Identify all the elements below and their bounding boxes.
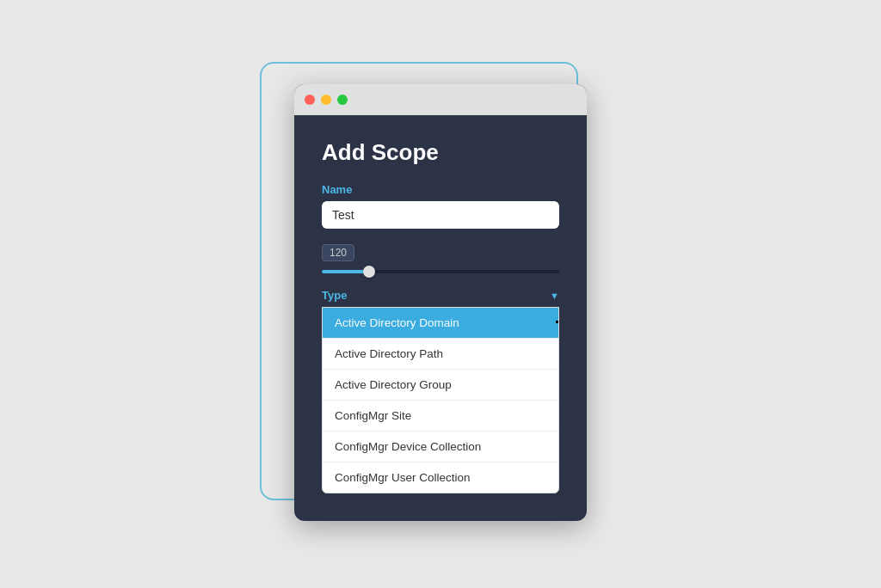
dropdown-header[interactable]: Type ▼ — [322, 289, 559, 302]
dropdown-item-1[interactable]: Active Directory Path — [323, 339, 558, 370]
dropdown-item-label-1: Active Directory Path — [335, 347, 443, 360]
dropdown-item-label-4: ConfigMgr Device Collection — [335, 440, 481, 453]
dropdown-item-4[interactable]: ConfigMgr Device Collection — [323, 432, 558, 462]
slider-value-badge: 120 — [322, 244, 354, 261]
traffic-light-green[interactable] — [337, 95, 348, 105]
type-dropdown[interactable]: Type ▼ Active Directory Domain ⮕ Active … — [322, 289, 559, 493]
dropdown-list: Active Directory Domain ⮕ Active Directo… — [322, 307, 559, 493]
form-content: Add Scope Name 120 Type ▼ — [294, 115, 587, 521]
dropdown-item-label-0: Active Directory Domain — [335, 316, 459, 329]
title-bar — [294, 84, 587, 115]
name-input[interactable] — [322, 201, 559, 229]
slider-track[interactable] — [322, 270, 559, 273]
page-title: Add Scope — [322, 139, 559, 166]
name-label: Name — [322, 183, 559, 196]
browser-window: Add Scope Name 120 Type ▼ — [294, 84, 587, 521]
traffic-light-yellow[interactable] — [321, 95, 331, 105]
dropdown-item-3[interactable]: ConfigMgr Site — [323, 401, 558, 432]
slider-fill — [322, 270, 369, 273]
type-label: Type — [322, 289, 347, 302]
dropdown-item-2[interactable]: Active Directory Group — [323, 370, 558, 401]
cursor-icon: ⮕ — [555, 316, 559, 330]
dropdown-item-label-3: ConfigMgr Site — [335, 409, 411, 422]
dropdown-item-0[interactable]: Active Directory Domain ⮕ — [323, 308, 558, 339]
dropdown-item-5[interactable]: ConfigMgr User Collection — [323, 462, 558, 493]
dropdown-item-label-2: Active Directory Group — [335, 378, 452, 391]
traffic-light-red[interactable] — [305, 95, 315, 105]
dropdown-arrow-icon: ▼ — [550, 291, 559, 301]
scene: Add Scope Name 120 Type ▼ — [277, 53, 604, 535]
slider-thumb[interactable] — [363, 266, 375, 278]
dropdown-item-label-5: ConfigMgr User Collection — [335, 471, 471, 484]
slider-container: 120 — [322, 244, 559, 273]
